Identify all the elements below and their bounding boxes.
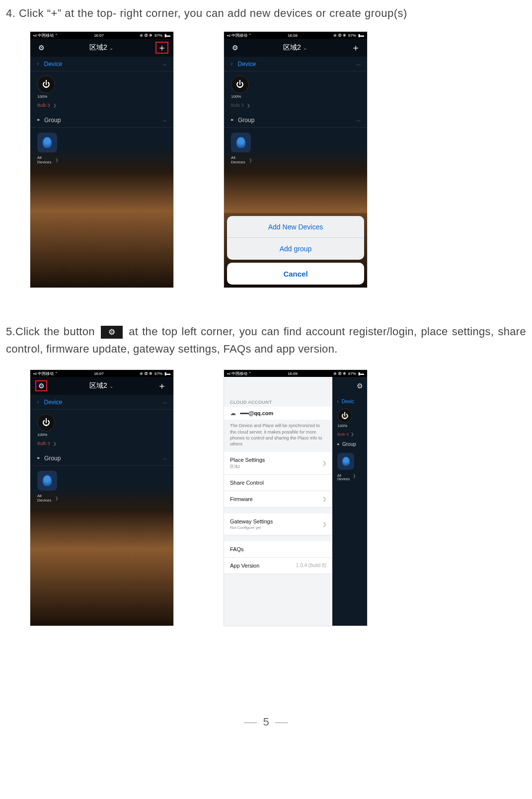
clock-label: 16:09	[288, 371, 298, 376]
status-bar: ▪ıl 中国移动 ⌃ 16:09 ⊕ ⦿ ✻87%▮▬	[224, 370, 367, 377]
instruction-step-5: 5.Click the button ⚙ at the top left cor…	[0, 308, 532, 369]
zone-selector[interactable]: 区域2 ⌄	[283, 43, 307, 52]
settings-button[interactable]: ⚙	[229, 42, 241, 53]
device-section-header[interactable]: ♀ Device ︿	[224, 57, 367, 72]
add-button[interactable]: ＋	[155, 380, 168, 392]
firmware-row[interactable]: Firmware ❯	[224, 491, 332, 508]
chevron-right-icon: ❯	[322, 521, 326, 527]
status-right: ⊕ ⦿ ✻87%▮▬	[333, 33, 364, 38]
settings-drawer: CLOUD ACCOUNT ☁ ▪▪▪▪▪▪@qq.com The Device…	[224, 377, 332, 626]
gateway-settings-row[interactable]: Gateway Settings Not Configure yet ❯	[224, 513, 332, 535]
zone-selector[interactable]: 区域2 ⌄	[89, 381, 113, 390]
chevron-right-icon: ❯	[249, 158, 252, 162]
status-bar: ▪ıl 中国移动 ⌃ 16:07 ⊕ ⦿ ✻87%▮▬	[30, 32, 173, 39]
place-settings-row[interactable]: Place Settings 区域2 ❯	[224, 452, 332, 475]
device-section-label: Device	[44, 399, 63, 406]
bulb-icon	[342, 457, 350, 466]
cloud-account-header: CLOUD ACCOUNT	[230, 400, 326, 405]
app-version-value: 1.0.4 (build 8)	[296, 563, 326, 568]
group-section-label: Group	[238, 117, 254, 124]
group-section-label: Group	[44, 117, 61, 124]
group-section-header[interactable]: ⚭ Group ︿	[30, 113, 173, 128]
bulb-row[interactable]: Bulb 3 ❯	[30, 439, 173, 451]
settings-button[interactable]: ⚙	[35, 380, 47, 391]
carrier-label: ▪ıl 中国移动 ⌃	[33, 371, 58, 376]
top-bar: ⚙ 区域2 ⌄ ＋	[30, 377, 173, 395]
device-section-label: Devic	[342, 399, 354, 404]
chevron-up-icon: ︿	[162, 455, 167, 462]
power-icon: ⏻	[42, 418, 50, 427]
zone-label: 区域2	[89, 43, 107, 52]
share-control-row[interactable]: Share Control	[224, 475, 332, 491]
bulb-label: Bulb 3	[37, 441, 50, 446]
clock-label: 16:07	[94, 33, 104, 38]
zone-selector[interactable]: 区域2 ⌄	[89, 43, 113, 52]
phone-screenshot-gear-highlight: ▪ıl 中国移动 ⌃ 16:07 ⊕ ⦿ ✻87%▮▬ ⚙ 区域2 ⌄ ＋ ♀ …	[30, 369, 174, 626]
group-tile[interactable]	[37, 471, 57, 491]
action-sheet: Add New Devices Add group Cancel	[224, 213, 367, 288]
plus-icon: ＋	[157, 380, 166, 392]
group-section-header[interactable]: ⚭ Group ︿	[30, 451, 173, 466]
phone-screenshot-plus-highlight: ▪ıl 中国移动 ⌃ 16:07 ⊕ ⦿ ✻87%▮▬ ⚙ 区域2 ⌄ ＋ ♀ …	[30, 31, 174, 288]
cloud-icon: ☁	[230, 410, 236, 417]
chevron-down-icon: ⌄	[109, 45, 113, 51]
device-section-header[interactable]: ♀ Device ︿	[30, 57, 173, 72]
power-button[interactable]: ⏻	[231, 75, 249, 93]
faqs-label: FAQs	[230, 546, 244, 552]
chevron-right-icon: ❯	[322, 460, 326, 466]
drawer-background: ⚙ ♀ Devic ⏻ 100% Bulb 3 ❯ ⚭ Group A	[332, 377, 367, 626]
bulb-icon	[236, 137, 245, 148]
app-version-row: App Version 1.0.4 (build 8)	[224, 558, 332, 574]
add-button[interactable]: ＋	[349, 42, 362, 54]
clock-label: 16:08	[288, 33, 298, 38]
power-button[interactable]: ⏻	[37, 414, 55, 432]
sheet-cancel[interactable]: Cancel	[227, 263, 364, 285]
screenshot-row-2: ▪ıl 中国移动 ⌃ 16:07 ⊕ ⦿ ✻87%▮▬ ⚙ 区域2 ⌄ ＋ ♀ …	[0, 369, 532, 646]
group-tile[interactable]	[231, 133, 251, 152]
power-button[interactable]: ⏻	[37, 75, 55, 93]
status-right: ⊕ ⦿ ✻87%▮▬	[333, 371, 364, 376]
faqs-row[interactable]: FAQs	[224, 541, 332, 558]
add-button[interactable]: ＋	[155, 42, 168, 54]
group-all-label[interactable]: AllDevices ❯	[224, 154, 367, 165]
gear-icon: ⚙	[357, 382, 363, 390]
brightness-percent: 100%	[231, 94, 241, 99]
power-block: ⏻ 100%	[30, 410, 173, 439]
group-all-label[interactable]: AllDevices ❯	[30, 493, 173, 504]
group-section-header[interactable]: ⚭ Group ︿	[224, 113, 367, 128]
screenshot-row-1: ▪ıl 中国移动 ⌃ 16:07 ⊕ ⦿ ✻87%▮▬ ⚙ 区域2 ⌄ ＋ ♀ …	[0, 31, 532, 308]
sheet-add-devices[interactable]: Add New Devices	[227, 216, 364, 238]
group-tile	[337, 453, 354, 470]
chevron-up-icon: ︿	[356, 61, 361, 68]
group-icon: ⚭	[230, 117, 234, 123]
account-email-row[interactable]: ☁ ▪▪▪▪▪▪@qq.com	[224, 407, 332, 420]
power-block: ⏻ 100%	[224, 72, 367, 101]
clock-label: 16:07	[94, 371, 104, 376]
chevron-up-icon: ︿	[162, 117, 167, 124]
status-bar: ▪ıl 中国移动 ⌃ 16:07 ⊕ ⦿ ✻87%▮▬	[30, 370, 173, 377]
group-tile[interactable]	[37, 133, 57, 152]
bulb-row[interactable]: Bulb 3 ❯	[224, 101, 367, 113]
carrier-label: ▪ıl 中国移动 ⌃	[227, 371, 252, 376]
brightness-percent: 100%	[337, 424, 347, 428]
group-icon: ⚭	[336, 442, 340, 447]
bulb-row[interactable]: Bulb 3 ❯	[30, 101, 173, 113]
chevron-right-icon: ❯	[322, 496, 326, 502]
sheet-add-group[interactable]: Add group	[227, 238, 364, 260]
chevron-right-icon: ❯	[55, 496, 59, 501]
brightness-percent: 100%	[37, 94, 47, 99]
device-section-header[interactable]: ♀ Device ︿	[30, 395, 173, 410]
app-version-label: App Version	[230, 563, 259, 569]
chevron-right-icon: ❯	[53, 441, 57, 446]
group-icon: ⚭	[36, 455, 40, 461]
instruction-step-4: 4. Click “+” at the top- right corner, y…	[0, 5, 532, 31]
place-settings-sub: 区域2	[230, 464, 265, 469]
page-number: 5	[263, 716, 269, 728]
brightness-percent: 100%	[37, 433, 47, 437]
settings-button[interactable]: ⚙	[35, 42, 47, 53]
place-settings-label: Place Settings	[230, 457, 265, 463]
top-bar: ⚙ 区域2 ⌄ ＋	[30, 39, 173, 57]
group-all-label[interactable]: AllDevices ❯	[30, 154, 173, 165]
chevron-up-icon: ︿	[162, 399, 167, 406]
gear-icon: ⚙	[38, 382, 45, 390]
